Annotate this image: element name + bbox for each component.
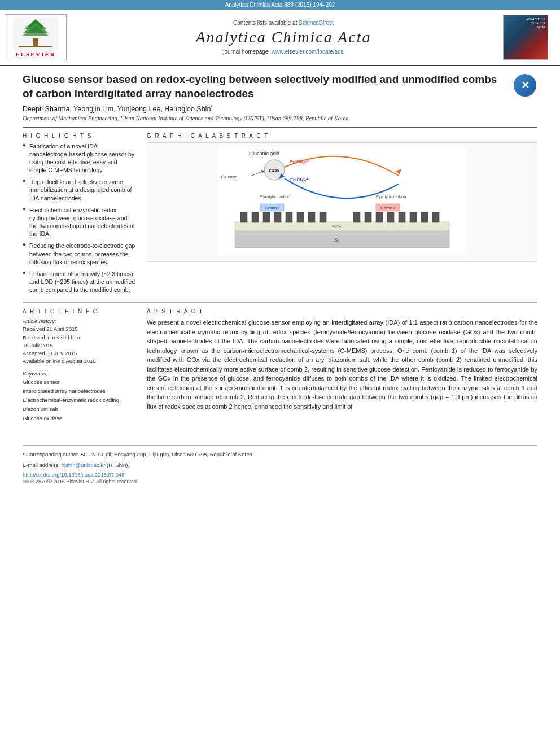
highlight-item-5: Enhancement of sensitivity (~2.3 times) …	[23, 270, 135, 294]
keywords-list: Glucose sensor Interdigitated array nano…	[23, 378, 135, 423]
svg-text:Glucose: Glucose	[221, 174, 238, 180]
svg-rect-29	[376, 212, 383, 222]
svg-rect-27	[353, 212, 360, 222]
accepted-date: Accepted 30 July 2015	[23, 350, 77, 356]
svg-text:Pyrolytic carbon: Pyrolytic carbon	[260, 194, 290, 199]
graphical-abstract-box: Gluconic acid GOx Glucose Fe[CN]₆³⁻ Fe[C…	[147, 142, 537, 262]
keyword-1: Glucose sensor	[23, 378, 135, 387]
keyword-4: Diazonium salt	[23, 405, 135, 414]
svg-rect-28	[365, 212, 371, 222]
journal-homepage: journal homepage: www.elsevier.com/locat…	[223, 49, 343, 55]
keywords-group: Keywords: Glucose sensor Interdigitated …	[23, 370, 135, 423]
paper-content: Glucose sensor based on redox-cycling be…	[0, 66, 560, 434]
gluconic-acid-label: Gluconic acid	[249, 151, 279, 156]
copyright-text: 0003-2670/© 2015 Elsevier B.V. All right…	[23, 479, 537, 484]
available-date: Available online 8 August 2015	[23, 358, 96, 364]
svg-text:Pyrolytic carbon: Pyrolytic carbon	[376, 194, 406, 199]
email-note: E-mail address: hjshin@unist.ac.kr (H. S…	[23, 461, 537, 469]
keyword-3: Electrochemical-enzymatic redox cycling	[23, 396, 135, 405]
svg-rect-33	[421, 212, 428, 222]
section-divider-1	[23, 302, 537, 303]
abstract-column: A B S T R A C T We present a novel elect…	[147, 308, 537, 427]
footer: * Corresponding author. 50 UNIST-gil, Eo…	[23, 445, 537, 484]
svg-rect-26	[320, 212, 326, 222]
svg-rect-31	[399, 212, 405, 222]
abstract-header: A B S T R A C T	[147, 308, 537, 314]
article-info-column: A R T I C L E I N F O Article history: R…	[23, 308, 135, 427]
highlights-header: H I G H L I G H T S	[23, 133, 135, 139]
received-date: Received 21 April 2015	[23, 326, 78, 332]
elsevier-logo: ELSEVIER	[5, 14, 67, 60]
svg-text:SiO₂: SiO₂	[332, 224, 341, 229]
journal-homepage-link[interactable]: www.elsevier.com/locate/aca	[272, 49, 344, 55]
abstract-text: We present a novel electrochemical gluco…	[147, 318, 537, 411]
svg-rect-17	[235, 222, 449, 231]
keywords-label: Keywords:	[23, 370, 135, 377]
article-history-group: Article history: Received 21 April 2015 …	[23, 318, 135, 365]
journal-cover-image: ANALYTICACHIMICAACTA	[500, 14, 551, 60]
svg-text:GOx: GOx	[269, 168, 279, 173]
journal-citation: Analytica Chimica Acta 889 (2015) 194–20…	[225, 2, 335, 8]
graphical-abstract-header: G R A P H I C A L A B S T R A C T	[147, 133, 537, 139]
elsevier-brand-text: ELSEVIER	[15, 51, 56, 58]
svg-text:Comb1: Comb1	[265, 206, 279, 211]
highlights-list: Fabrication of a novel IDA-nanoelectrode…	[23, 142, 135, 294]
article-title-row: Glucose sensor based on redox-cycling be…	[23, 73, 537, 101]
revised-label: Received in revised form	[23, 334, 82, 340]
article-info-abstract-section: A R T I C L E I N F O Article history: R…	[23, 308, 537, 427]
svg-rect-1	[33, 38, 38, 46]
svg-text:Fe[CN]₆⁴⁻: Fe[CN]₆⁴⁻	[290, 177, 310, 182]
doi-link[interactable]: http://dx.doi.org/10.1016/j.aca.2015.07.…	[23, 471, 537, 478]
article-history-label: Article history:	[23, 318, 135, 324]
email-link[interactable]: hjshin@unist.ac.kr	[62, 462, 106, 468]
keyword-2: Interdigitated array nanoelectrodes	[23, 387, 135, 396]
cover-thumbnail: ANALYTICACHIMICAACTA	[503, 15, 548, 60]
crossmark-icon: ✕	[514, 74, 536, 97]
graphical-abstract-column: G R A P H I C A L A B S T R A C T Glucon…	[147, 133, 537, 298]
highlight-item-1: Fabrication of a novel IDA-nanoelectrode…	[23, 142, 135, 174]
svg-text:Comb2: Comb2	[380, 206, 395, 211]
elsevier-tree-icon	[13, 17, 58, 50]
crossmark-badge: ✕	[513, 73, 537, 98]
highlight-item-2: Reproducible and selective enzyme immobi…	[23, 178, 135, 202]
highlights-column: H I G H L I G H T S Fabrication of a nov…	[23, 133, 135, 298]
authors-line: Deepti Sharma, Yeongjin Lim, Yunjeong Le…	[23, 104, 537, 113]
page: Analytica Chimica Acta 889 (2015) 194–20…	[0, 0, 560, 747]
corresponding-star: *	[211, 104, 213, 110]
journal-header: ELSEVIER Contents lists available at Sci…	[0, 10, 560, 66]
svg-point-6	[25, 25, 29, 29]
svg-rect-24	[297, 212, 304, 222]
svg-rect-15	[235, 231, 449, 248]
title-divider	[23, 127, 537, 128]
svg-rect-22	[274, 212, 281, 222]
highlight-item-3: Electrochemical-enzymatic redox cycling …	[23, 206, 135, 238]
highlights-abstract-section: H I G H L I G H T S Fabrication of a nov…	[23, 133, 537, 298]
affiliation-line: Department of Mechanical Engineering, Ul…	[23, 115, 537, 121]
svg-rect-21	[263, 212, 270, 222]
journal-title: Analytica Chimica Acta	[196, 28, 371, 46]
keyword-5: Glucose oxidase	[23, 414, 135, 423]
corresponding-author-note: * Corresponding author. 50 UNIST-gil, Eo…	[23, 451, 537, 458]
svg-rect-34	[432, 212, 439, 222]
graphical-abstract-diagram: Gluconic acid GOx Glucose Fe[CN]₆³⁻ Fe[C…	[152, 147, 532, 255]
svg-text:Si: Si	[334, 237, 339, 243]
svg-rect-20	[252, 212, 259, 222]
svg-rect-25	[308, 212, 315, 222]
svg-rect-32	[410, 212, 417, 222]
highlight-item-4: Reducing the electrode-to-electrode gap …	[23, 242, 135, 266]
journal-citation-bar: Analytica Chimica Acta 889 (2015) 194–20…	[0, 0, 560, 10]
article-dates: Received 21 April 2015 Received in revis…	[23, 325, 135, 365]
svg-rect-19	[240, 212, 247, 222]
contents-available-line: Contents lists available at ScienceDirec…	[233, 20, 334, 26]
journal-center-info: Contents lists available at ScienceDirec…	[76, 14, 491, 60]
article-title: Glucose sensor based on redox-cycling be…	[23, 73, 506, 101]
article-info-header: A R T I C L E I N F O	[23, 308, 135, 314]
sciencedirect-link[interactable]: ScienceDirect	[299, 20, 334, 26]
svg-rect-23	[286, 212, 292, 222]
svg-rect-30	[387, 212, 394, 222]
revised-date: 16 July 2015	[23, 342, 53, 348]
svg-point-7	[43, 27, 46, 30]
